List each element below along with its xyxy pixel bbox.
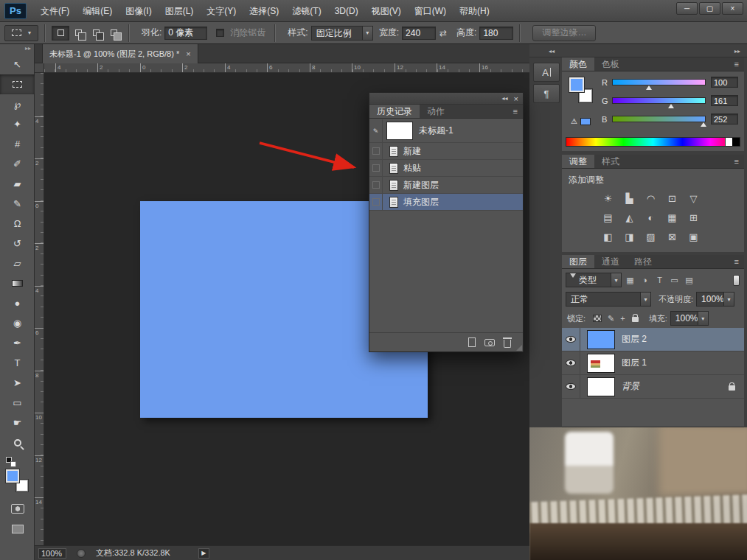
menu-edit[interactable]: 编辑(E)	[76, 0, 119, 22]
blend-mode-dropdown[interactable]: 正常 ▾	[566, 292, 651, 307]
adjustment-icon[interactable]: ◭	[619, 208, 640, 227]
status-flyout-button[interactable]: ▶	[198, 548, 209, 559]
path-selection-tool[interactable]: ➤	[0, 373, 35, 393]
adjustment-icon[interactable]: ☀	[597, 189, 619, 208]
dodge-tool[interactable]: ◉	[0, 313, 35, 333]
adjustment-icon[interactable]: ⊠	[661, 227, 683, 246]
lock-all-icon[interactable]	[632, 317, 639, 322]
close-button[interactable]: ×	[722, 2, 743, 15]
history-source-checkbox[interactable]	[369, 143, 383, 159]
history-state-row-selected[interactable]: 填充图层	[369, 194, 523, 211]
gamut-swatch[interactable]	[580, 118, 591, 125]
menu-filter[interactable]: 滤镜(T)	[285, 0, 327, 22]
height-input[interactable]	[479, 27, 513, 40]
history-panel-header[interactable]: ◂◂ ×	[369, 93, 523, 105]
tab-color[interactable]: 颜色	[562, 57, 594, 71]
tab-adjustments[interactable]: 调整	[562, 155, 594, 168]
panel-resize-grip[interactable]	[516, 345, 522, 351]
rectangular-marquee-tool[interactable]	[0, 74, 35, 94]
zoom-tool[interactable]	[0, 433, 35, 452]
blur-tool[interactable]: ●	[0, 293, 35, 313]
red-value-input[interactable]	[711, 77, 738, 88]
adjustment-icon[interactable]: ▙	[619, 189, 640, 208]
delete-state-button[interactable]	[504, 337, 511, 348]
crop-tool[interactable]: #	[0, 134, 35, 154]
adjustment-icon[interactable]: ▨	[640, 227, 661, 246]
new-document-from-state-button[interactable]	[468, 337, 476, 347]
adjustment-icon[interactable]: ▦	[661, 208, 683, 227]
refine-edge-button[interactable]: 调整边缘…	[532, 25, 596, 41]
menu-window[interactable]: 窗口(W)	[408, 0, 453, 22]
green-value-input[interactable]	[711, 95, 738, 106]
layer-thumbnail[interactable]	[587, 377, 615, 396]
layer-row-background[interactable]: 背景	[562, 375, 744, 399]
layer-thumbnail[interactable]	[587, 330, 615, 349]
lock-position-icon[interactable]: +	[620, 314, 625, 323]
tab-actions[interactable]: 动作	[420, 105, 452, 118]
panel-menu-icon[interactable]: ≡	[734, 57, 744, 71]
collapse-dock-icon[interactable]: ▸▸	[734, 48, 740, 55]
filter-pixel-layers-icon[interactable]: ▦	[624, 276, 636, 285]
swap-width-height-icon[interactable]: ⇄	[439, 28, 447, 38]
collapse-panel-icon[interactable]: ◂◂	[502, 95, 508, 102]
magic-wand-tool[interactable]: ✦	[0, 114, 35, 134]
history-source-checkbox[interactable]	[369, 194, 383, 210]
healing-brush-tool[interactable]: ▰	[0, 174, 35, 194]
tool-preset-dropdown[interactable]: ▾	[4, 25, 38, 41]
menu-file[interactable]: 文件(F)	[34, 0, 76, 22]
adjustment-icon[interactable]: ▤	[597, 208, 619, 227]
style-dropdown[interactable]: 固定比例 ▾	[311, 26, 373, 41]
layer-row-layer2[interactable]: 图层 2	[562, 328, 744, 351]
history-state-row[interactable]: 粘贴	[369, 160, 523, 177]
filter-toggle-switch[interactable]	[733, 275, 740, 286]
history-brush-tool[interactable]: ↺	[0, 234, 35, 253]
menu-layer[interactable]: 图层(L)	[159, 0, 201, 22]
foreground-color-swatch[interactable]	[569, 77, 584, 92]
clone-stamp-tool[interactable]: Ω	[0, 214, 35, 234]
adjustment-icon[interactable]: ◧	[597, 227, 619, 246]
adjustment-icon[interactable]: ◠	[640, 189, 661, 208]
lock-transparency-icon[interactable]	[593, 315, 602, 322]
tab-swatches[interactable]: 色板	[594, 57, 627, 71]
adjustment-icon[interactable]: ⊡	[661, 189, 683, 208]
quick-mask-button[interactable]	[0, 499, 35, 519]
tab-paths[interactable]: 路径	[627, 255, 659, 268]
gamut-warning-icon[interactable]: ⚠	[571, 117, 577, 125]
menu-select[interactable]: 选择(S)	[243, 0, 285, 22]
expand-panels-icon[interactable]: ◂◂	[549, 48, 555, 55]
tab-channels[interactable]: 通道	[594, 255, 627, 268]
close-panel-icon[interactable]: ×	[514, 95, 518, 102]
brush-tool[interactable]: ✎	[0, 194, 35, 214]
rectangle-tool[interactable]: ▭	[0, 393, 35, 413]
filter-adjustment-layers-icon[interactable]: ◑	[639, 276, 651, 284]
history-source-checkbox[interactable]	[369, 160, 383, 176]
screen-mode-button[interactable]	[0, 519, 35, 539]
history-source-icon[interactable]: ✎	[369, 119, 383, 142]
adjustment-icon[interactable]: ▽	[683, 189, 704, 208]
zoom-level-input[interactable]: 100%	[38, 548, 66, 559]
panel-menu-icon[interactable]: ≡	[513, 105, 523, 118]
eyedropper-tool[interactable]: ✐	[0, 154, 35, 174]
green-slider[interactable]	[612, 97, 706, 104]
menu-type[interactable]: 文字(Y)	[200, 0, 243, 22]
white-swatch[interactable]	[725, 138, 732, 146]
history-snapshot-row[interactable]: ✎ 未标题-1	[369, 119, 523, 143]
blue-value-input[interactable]	[711, 113, 738, 125]
document-tab[interactable]: 未标题-1 @ 100% (图层 2, RGB/8) * ×	[42, 44, 198, 63]
layer-name[interactable]: 背景	[622, 380, 639, 393]
pen-tool[interactable]: ✒	[0, 333, 35, 353]
minimize-button[interactable]: ─	[676, 2, 698, 15]
menu-image[interactable]: 图像(I)	[119, 0, 158, 22]
intersect-selection-button[interactable]	[105, 26, 122, 41]
filter-type-dropdown[interactable]: 类型 ▾	[566, 273, 622, 287]
menu-view[interactable]: 视图(V)	[365, 0, 408, 22]
panel-menu-icon[interactable]: ≡	[734, 155, 744, 168]
history-source-checkbox[interactable]	[369, 177, 383, 193]
adjustment-icon[interactable]: ▣	[683, 227, 704, 246]
tab-layers[interactable]: 图层	[562, 255, 594, 268]
tab-history[interactable]: 历史记录	[369, 105, 420, 118]
new-selection-button[interactable]	[52, 26, 69, 41]
red-slider[interactable]	[612, 79, 706, 85]
layer-name[interactable]: 图层 2	[622, 333, 647, 346]
slider-thumb[interactable]	[668, 104, 674, 108]
